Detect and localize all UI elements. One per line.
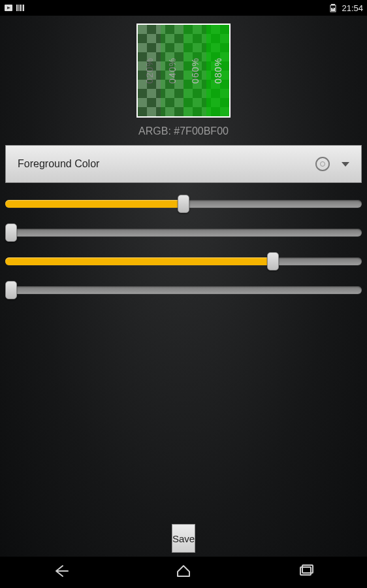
svg-rect-6 xyxy=(23,5,24,11)
svg-rect-3 xyxy=(18,5,19,11)
blue-slider[interactable] xyxy=(5,284,362,297)
opacity-bar xyxy=(138,25,161,116)
barcode-icon xyxy=(16,3,25,12)
slider-thumb[interactable] xyxy=(178,195,189,213)
svg-rect-5 xyxy=(22,5,22,11)
slider-thumb[interactable] xyxy=(5,281,17,299)
green-slider[interactable] xyxy=(5,255,362,268)
opacity-bar xyxy=(206,25,229,116)
red-slider[interactable] xyxy=(5,226,362,239)
opacity-bar xyxy=(161,25,184,116)
target-ring-icon xyxy=(315,157,330,171)
slider-fill xyxy=(5,200,184,208)
slider-fill xyxy=(5,257,273,265)
argb-value: ARGB: #7F00BF00 xyxy=(138,125,229,137)
slider-thumb[interactable] xyxy=(267,252,279,270)
save-button[interactable]: Save xyxy=(172,524,195,553)
battery-icon xyxy=(328,3,338,12)
alpha-slider[interactable] xyxy=(5,197,362,210)
back-button[interactable] xyxy=(52,562,71,583)
navigation-bar xyxy=(0,557,367,588)
save-button-label: Save xyxy=(172,533,195,544)
main-content: ARGB: #7F00BF00 Foreground Color Save xyxy=(0,16,367,557)
dropdown-selected-label: Foreground Color xyxy=(18,158,99,170)
color-target-dropdown[interactable]: Foreground Color xyxy=(5,145,362,183)
home-button[interactable] xyxy=(174,562,193,583)
slider-track xyxy=(5,286,362,294)
chevron-down-icon xyxy=(342,162,349,167)
play-store-icon xyxy=(4,3,13,12)
slider-thumb[interactable] xyxy=(5,223,17,242)
svg-rect-4 xyxy=(20,5,21,11)
clock-text: 21:54 xyxy=(342,3,363,13)
recent-apps-button[interactable] xyxy=(296,562,315,583)
opacity-bar xyxy=(184,25,206,116)
color-preview xyxy=(136,24,231,118)
status-bar: 21:54 xyxy=(0,0,367,16)
slider-track xyxy=(5,229,362,237)
svg-rect-2 xyxy=(16,5,18,11)
